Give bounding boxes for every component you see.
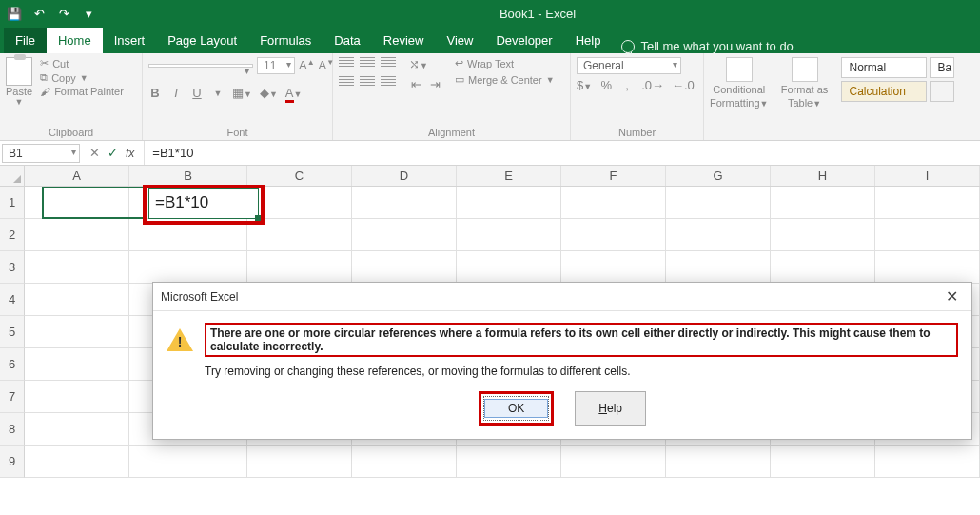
row-header-2[interactable]: 2 bbox=[0, 219, 25, 251]
tab-insert[interactable]: Insert bbox=[103, 28, 157, 53]
cell-styles-gallery[interactable]: Normal Ba Calculation bbox=[841, 57, 954, 102]
cell-I2[interactable] bbox=[875, 219, 980, 251]
conditional-formatting-button[interactable]: Conditional Formatting▼ bbox=[710, 57, 769, 109]
col-header-A[interactable]: A bbox=[25, 166, 129, 186]
row-header-9[interactable]: 9 bbox=[0, 446, 25, 478]
decrease-font-icon[interactable]: A▼ bbox=[319, 58, 335, 72]
cell-F9[interactable] bbox=[561, 446, 666, 478]
cell-A2[interactable] bbox=[25, 219, 129, 251]
format-as-table-button[interactable]: Format as Table▼ bbox=[776, 57, 833, 109]
cell-G1[interactable] bbox=[666, 187, 771, 219]
cell-A3[interactable] bbox=[25, 251, 129, 284]
fill-color-button[interactable]: ◆▼ bbox=[260, 86, 278, 100]
merge-center-button[interactable]: ▭Merge & Center ▼ bbox=[455, 73, 555, 86]
style-bad[interactable]: Ba bbox=[930, 57, 954, 78]
name-box[interactable]: B1 bbox=[2, 144, 80, 163]
increase-font-icon[interactable]: A▲ bbox=[299, 58, 315, 72]
tab-formulas[interactable]: Formulas bbox=[248, 28, 323, 53]
accounting-format-button[interactable]: $▼ bbox=[577, 78, 592, 92]
col-header-H[interactable]: H bbox=[771, 166, 875, 186]
cancel-formula-icon[interactable]: ✕ bbox=[89, 146, 100, 160]
tab-file[interactable]: File bbox=[4, 28, 47, 53]
col-header-D[interactable]: D bbox=[352, 166, 457, 186]
row-header-3[interactable]: 3 bbox=[0, 251, 25, 284]
decrease-decimal-button[interactable]: ←.0 bbox=[672, 78, 695, 92]
decrease-indent-button[interactable]: ⇤ bbox=[409, 77, 422, 91]
bold-button[interactable]: B bbox=[148, 86, 162, 100]
cell-B9[interactable] bbox=[129, 446, 247, 478]
tab-review[interactable]: Review bbox=[372, 28, 436, 53]
cut-button[interactable]: ✂Cut bbox=[40, 57, 124, 69]
cell-E1[interactable] bbox=[457, 187, 561, 219]
help-button[interactable]: Help bbox=[575, 391, 646, 426]
percent-format-button[interactable]: % bbox=[599, 78, 613, 92]
cell-G2[interactable] bbox=[666, 219, 771, 251]
align-left-button[interactable] bbox=[339, 76, 354, 88]
paste-button[interactable]: Paste ▼ bbox=[6, 57, 32, 107]
cell-B3[interactable] bbox=[129, 251, 247, 284]
ok-button[interactable]: OK bbox=[484, 399, 548, 418]
cell-E9[interactable] bbox=[457, 446, 561, 478]
underline-dropdown-icon[interactable]: ▼ bbox=[211, 89, 225, 98]
enter-formula-icon[interactable]: ✓ bbox=[108, 146, 118, 160]
cell-H1[interactable] bbox=[771, 187, 875, 219]
cell-E2[interactable] bbox=[457, 219, 561, 251]
cell-D2[interactable] bbox=[352, 219, 457, 251]
cell-G9[interactable] bbox=[666, 446, 771, 478]
qat-customize-icon[interactable]: ▾ bbox=[78, 3, 99, 24]
comma-format-button[interactable]: , bbox=[620, 78, 634, 92]
increase-decimal-button[interactable]: .0→ bbox=[641, 78, 664, 92]
col-header-G[interactable]: G bbox=[666, 166, 771, 186]
cell-A6[interactable] bbox=[25, 348, 129, 381]
row-header-4[interactable]: 4 bbox=[0, 284, 25, 316]
font-color-button[interactable]: A▼ bbox=[285, 86, 303, 100]
cell-A1[interactable] bbox=[25, 187, 129, 219]
italic-button[interactable]: I bbox=[169, 86, 183, 100]
align-top-button[interactable] bbox=[339, 57, 354, 69]
col-header-E[interactable]: E bbox=[457, 166, 561, 186]
format-painter-button[interactable]: 🖌Format Painter bbox=[40, 86, 124, 97]
select-all-corner[interactable] bbox=[0, 166, 25, 186]
cell-D3[interactable] bbox=[352, 251, 457, 284]
col-header-C[interactable]: C bbox=[247, 166, 352, 186]
align-bottom-button[interactable] bbox=[381, 57, 396, 69]
row-header-6[interactable]: 6 bbox=[0, 348, 25, 381]
col-header-B[interactable]: B bbox=[129, 166, 247, 186]
cell-I1[interactable] bbox=[875, 187, 980, 219]
style-calculation[interactable]: Calculation bbox=[841, 81, 927, 102]
cell-F1[interactable] bbox=[561, 187, 666, 219]
cell-D1[interactable] bbox=[352, 187, 457, 219]
col-header-F[interactable]: F bbox=[561, 166, 666, 186]
redo-icon[interactable]: ↷ bbox=[53, 3, 74, 24]
tab-home[interactable]: Home bbox=[47, 28, 103, 53]
dialog-close-icon[interactable]: ✕ bbox=[940, 287, 964, 306]
underline-button[interactable]: U bbox=[190, 86, 204, 100]
cell-G3[interactable] bbox=[666, 251, 771, 284]
formula-input[interactable]: =B1*10 bbox=[145, 146, 980, 160]
align-right-button[interactable] bbox=[381, 76, 396, 88]
cell-C1[interactable] bbox=[247, 187, 352, 219]
row-header-7[interactable]: 7 bbox=[0, 381, 25, 413]
cell-H3[interactable] bbox=[771, 251, 875, 284]
cell-C9[interactable] bbox=[247, 446, 352, 478]
wrap-text-button[interactable]: ↩Wrap Text bbox=[455, 57, 555, 69]
tab-data[interactable]: Data bbox=[323, 28, 371, 53]
insert-function-icon[interactable]: fx bbox=[126, 147, 134, 160]
save-icon[interactable]: 💾 bbox=[4, 3, 25, 24]
tab-page-layout[interactable]: Page Layout bbox=[156, 28, 248, 53]
cell-A4[interactable] bbox=[25, 284, 129, 316]
font-size-select[interactable]: 11 bbox=[257, 57, 295, 74]
cell-C3[interactable] bbox=[247, 251, 352, 284]
copy-button[interactable]: ⧉Copy ▼ bbox=[40, 71, 124, 84]
cell-H2[interactable] bbox=[771, 219, 875, 251]
cell-B1-editor[interactable]: =B1*10 bbox=[148, 188, 259, 219]
cell-I9[interactable] bbox=[875, 446, 980, 478]
cell-H9[interactable] bbox=[771, 446, 875, 478]
fill-handle[interactable] bbox=[255, 215, 261, 221]
cell-D9[interactable] bbox=[352, 446, 457, 478]
orientation-button[interactable]: ⤭▼ bbox=[409, 57, 428, 71]
tab-view[interactable]: View bbox=[435, 28, 484, 53]
increase-indent-button[interactable]: ⇥ bbox=[428, 77, 441, 91]
row-header-1[interactable]: 1 bbox=[0, 187, 25, 219]
align-center-button[interactable] bbox=[360, 76, 375, 88]
